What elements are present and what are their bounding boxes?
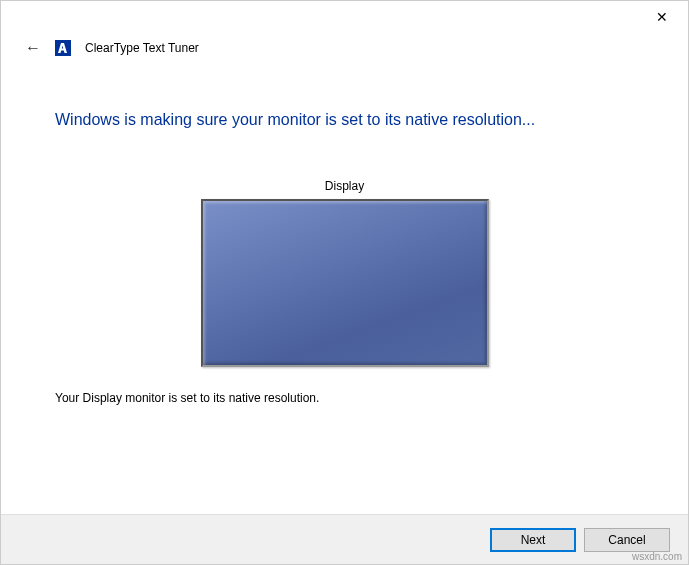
app-icon	[55, 40, 71, 56]
status-text: Your Display monitor is set to its nativ…	[55, 391, 634, 405]
window-header: ← ClearType Text Tuner	[1, 33, 688, 63]
close-button[interactable]: ✕	[640, 3, 684, 31]
display-preview-area: Display	[55, 179, 634, 367]
next-button[interactable]: Next	[490, 528, 576, 552]
back-button[interactable]: ←	[25, 40, 41, 56]
close-icon: ✕	[656, 9, 668, 25]
window-title: ClearType Text Tuner	[85, 41, 199, 55]
wizard-footer: Next Cancel	[1, 514, 688, 564]
page-heading: Windows is making sure your monitor is s…	[55, 111, 634, 129]
monitor-preview[interactable]	[201, 199, 489, 367]
main-content: Windows is making sure your monitor is s…	[1, 63, 688, 405]
title-bar: ✕	[1, 1, 688, 33]
svg-rect-0	[55, 40, 71, 56]
display-label: Display	[55, 179, 634, 193]
cancel-button[interactable]: Cancel	[584, 528, 670, 552]
arrow-left-icon: ←	[25, 39, 41, 56]
